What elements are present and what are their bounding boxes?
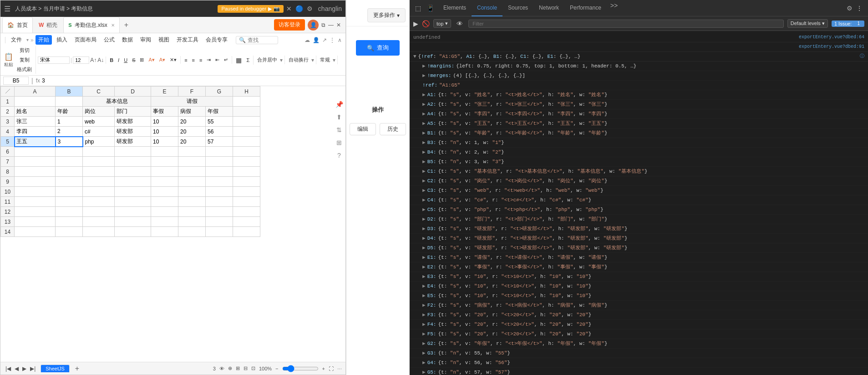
sheet-tab-sheetjs[interactable]: SheetJS <box>41 365 70 372</box>
number-format-btn[interactable]: 常规 <box>318 56 332 64</box>
expand-icon[interactable]: ▶ <box>422 282 426 290</box>
prop-line[interactable]: ▶ F5: {t: "s", v: "20", r: "<t>20</t>", … <box>410 329 868 339</box>
col-header-e[interactable]: E <box>151 87 178 97</box>
prop-line[interactable]: ▶ D3: {t: "s", v: "研发部", r: "<t>研发部</t>"… <box>410 224 868 234</box>
cell-a3[interactable]: 张三 <box>15 117 56 127</box>
prop-line[interactable]: ▶ C2: {t: "s", v: "岗位", r: "<t>岗位</t>", … <box>410 176 868 186</box>
cloud-icon[interactable]: ☁ <box>305 37 310 43</box>
pin-icon[interactable]: 📌 <box>335 101 344 110</box>
expand-icon[interactable]: ▶ <box>422 272 426 281</box>
prop-line[interactable]: ▶ E4: {t: "s", v: "10", r: "<t>10</t>", … <box>410 282 868 291</box>
cell-b2[interactable]: 年龄 <box>56 107 83 117</box>
cell-ref-input[interactable]: B5 <box>3 77 29 85</box>
prop-line[interactable]: ▶ F3: {t: "s", v: "20", r: "<t>20</t>", … <box>410 310 868 320</box>
row-header-7[interactable]: 7 <box>1 157 15 167</box>
col-header-c[interactable]: C <box>83 87 115 97</box>
border-button[interactable]: ⊞ <box>138 56 146 64</box>
top-selector[interactable]: top ▾ <box>433 19 451 28</box>
cell-h4[interactable] <box>233 127 260 137</box>
row-header-2[interactable]: 2 <box>1 107 15 117</box>
row-header-12[interactable]: 12 <box>1 207 15 217</box>
cut-button[interactable]: 剪切 <box>15 46 34 55</box>
expand-icon[interactable]: ▶ <box>422 349 426 357</box>
prop-line[interactable]: ▶ B3: {t: "n", v: 1, w: "1"} <box>410 138 868 148</box>
fill-color-button[interactable]: A▾ <box>147 56 156 64</box>
cell-h3[interactable] <box>233 117 260 127</box>
expand-icon[interactable]: ▶ <box>422 368 426 375</box>
share-icon[interactable]: ↗ <box>322 37 327 43</box>
console-eye-icon[interactable]: 👁 <box>455 18 465 29</box>
devtools-tab-sources[interactable]: Sources <box>503 0 533 16</box>
cell-d5[interactable]: 研发部 <box>115 137 151 147</box>
nav-next-btn[interactable]: ▶ <box>21 365 28 372</box>
cell-c1-merged[interactable]: 基本信息 <box>83 97 151 107</box>
devtools-tab-network[interactable]: Network <box>533 0 564 16</box>
expand-icon[interactable]: ▶ <box>422 148 426 156</box>
font-size-up-icon[interactable]: A↑ <box>90 57 96 63</box>
cell-e2[interactable]: 事假 <box>151 107 178 117</box>
col-header-a[interactable]: A <box>15 87 56 97</box>
prop-line[interactable]: ▶ D5: {t: "s", v: "研发部", r: "<t>研发部</t>"… <box>410 243 868 253</box>
table-icon[interactable]: ⊞ <box>335 139 344 148</box>
tab-close-icon[interactable]: ✕ <box>111 23 115 28</box>
prop-line[interactable]: ▶ E5: {t: "s", v: "10", r: "<t>10</t>", … <box>410 291 868 301</box>
format-painter-button[interactable]: 格式刷 <box>15 65 34 74</box>
console-output[interactable]: undefined exportEntery.vue?dbed:64 expor… <box>410 31 868 375</box>
cell-c2[interactable]: 岗位 <box>83 107 115 117</box>
window-minimize-icon[interactable]: — <box>328 22 334 28</box>
strikethrough-button[interactable]: S <box>130 57 137 64</box>
col-header-b[interactable]: B <box>56 87 83 97</box>
format-dropdown-icon[interactable]: ▾ <box>333 57 335 63</box>
history-button[interactable]: 历史 <box>380 123 406 135</box>
eye-icon[interactable]: 👁 <box>219 366 224 371</box>
expand-icon[interactable]: ▶ <box>422 158 426 166</box>
expand-icon[interactable]: ▶ <box>422 215 426 223</box>
settings-icon[interactable]: ⚙ <box>307 5 313 12</box>
devtools-inspect-btn[interactable]: ⬚ <box>413 3 423 14</box>
col-header-d[interactable]: D <box>115 87 151 97</box>
cursor-icon[interactable]: ⬆ <box>335 113 344 123</box>
expand-icon[interactable]: ▶ <box>422 320 426 329</box>
wrap-dropdown-icon[interactable]: ▾ <box>311 57 314 63</box>
row-header-9[interactable]: 9 <box>1 177 15 187</box>
menu-formula[interactable]: 公式 <box>101 35 117 45</box>
prop-line[interactable]: ▶ A1: {t: "s", v: "姓名", r: "<t>姓名</t>", … <box>410 90 868 100</box>
expand-icon[interactable]: ▶ <box>422 129 426 137</box>
copy-button[interactable]: 复制 <box>15 56 34 64</box>
cell-g5[interactable]: 57 <box>206 137 233 147</box>
expand-icon[interactable]: ▶ <box>422 110 426 118</box>
col-header-h[interactable]: H <box>233 87 260 97</box>
prop-line[interactable]: ▶ C4: {t: "s", v: "c#", r: "<t>c#</t>", … <box>410 195 868 205</box>
prop-line[interactable]: ▶ B4: {t: "n", v: 2, w: "2"} <box>410 148 868 157</box>
search-input[interactable] <box>248 37 275 43</box>
devtools-mobile-btn[interactable]: 📱 <box>425 3 436 14</box>
more-icon[interactable]: ⋮ <box>330 37 335 43</box>
devtools-tab-performance[interactable]: Performance <box>564 0 607 16</box>
menu-file[interactable]: 文件 <box>8 35 25 45</box>
console-source-0[interactable]: exportEntery.vue?dbed:64 <box>795 33 864 41</box>
expand-icon[interactable]: ▶ <box>422 196 426 204</box>
expand-icon[interactable]: ▶ <box>422 100 426 108</box>
row-header-6[interactable]: 6 <box>1 147 15 157</box>
tab-excel[interactable]: S 考勤信息.xlsx ✕ <box>63 17 119 33</box>
menu-view[interactable]: 视图 <box>156 35 172 45</box>
cell-h2[interactable] <box>233 107 260 117</box>
prop-line[interactable]: ▶ G5: {t: "n", v: 57, w: "57"} <box>410 368 868 375</box>
window-restore-icon[interactable]: ⧉ <box>321 22 325 28</box>
expand-icon[interactable]: ▶ <box>422 91 426 99</box>
row-header-10[interactable]: 10 <box>1 187 15 197</box>
console-eye-button[interactable]: 🚫 <box>422 20 430 27</box>
expand-icon[interactable]: ▶ <box>422 139 426 147</box>
font-size-input[interactable] <box>73 57 89 64</box>
prop-line[interactable]: ▶ F2: {t: "s", v: "病假", r: "<t>病假</t>", … <box>410 301 868 310</box>
expand-icon[interactable]: ▶ <box>422 205 426 214</box>
expand-icon[interactable]: ▶ <box>422 186 426 195</box>
expand-icon[interactable]: ▶ <box>422 339 426 348</box>
expand-icon[interactable]: ▶ <box>422 263 426 271</box>
close-x-icon[interactable]: ✕ <box>286 5 292 12</box>
underline-button[interactable]: U <box>122 57 129 64</box>
cell-c4[interactable]: c# <box>83 127 115 137</box>
tab-add-button[interactable]: + <box>121 17 132 33</box>
cell-format-btn[interactable]: ▦ <box>234 56 244 65</box>
cell-e1-merged[interactable]: 请假 <box>151 97 233 107</box>
